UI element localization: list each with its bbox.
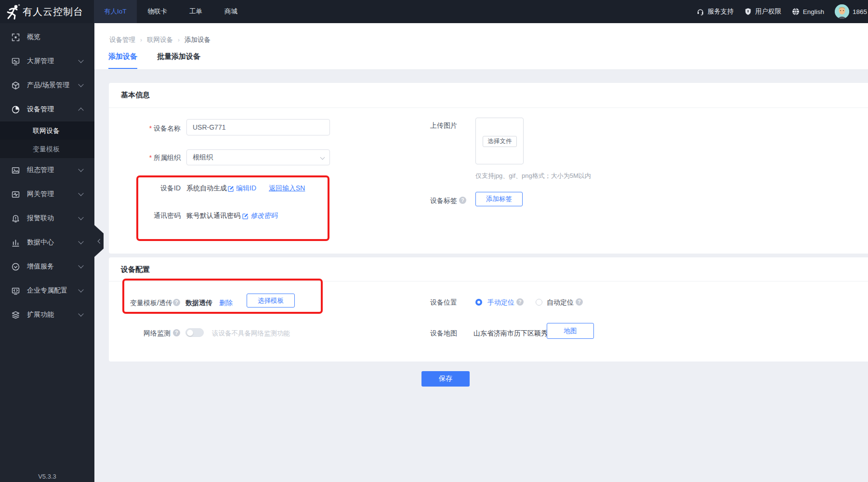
breadcrumb: 设备管理 › 联网设备 › 添加设备 <box>109 36 210 44</box>
back-to-sn-link[interactable]: 返回输入SN <box>269 184 305 193</box>
breadcrumb-network-device[interactable]: 联网设备 <box>147 36 173 44</box>
layers-icon <box>12 311 20 319</box>
help-icon[interactable]: ? <box>516 298 524 306</box>
add-tag-button[interactable]: 添加标签 <box>475 192 523 206</box>
upload-dropzone[interactable]: 选择文件 <box>475 118 524 164</box>
device-id-label: 设备ID <box>160 184 181 193</box>
choose-file-button[interactable]: 选择文件 <box>483 136 517 147</box>
chevron-down-icon <box>78 287 83 292</box>
language-label: English <box>803 8 824 15</box>
device-config-card: 设备配置 变量模板/透传 ? 数据透传 删除 选择模板 网络监测 ? 该设备不具… <box>109 257 868 362</box>
help-icon[interactable]: ? <box>459 197 466 204</box>
edit-id-label: 编辑ID <box>236 184 256 193</box>
sidebar-item-alarm-link[interactable]: 报警联动 <box>0 206 94 230</box>
map-button[interactable]: 地图 <box>547 323 594 339</box>
comm-password-label: 通讯密码 <box>154 212 181 220</box>
help-icon[interactable]: ? <box>173 299 180 306</box>
auto-location-radio[interactable] <box>536 299 542 306</box>
divider <box>109 107 868 108</box>
sidebar-label: 网关管理 <box>27 190 54 199</box>
sidebar-item-scada-mgmt[interactable]: 组态管理 <box>0 158 94 182</box>
chevron-down-icon <box>78 311 83 316</box>
sidebar-label: 增值服务 <box>27 262 54 271</box>
sidebar-label: 概览 <box>27 33 40 41</box>
topnav-work-order[interactable]: 工单 <box>178 0 213 23</box>
breadcrumb-separator: › <box>140 37 142 43</box>
sidebar-label: 设备管理 <box>27 105 54 114</box>
sidebar-item-value-service[interactable]: 增值服务 <box>0 254 94 279</box>
delete-template-link[interactable]: 删除 <box>219 299 233 308</box>
sidebar-label: 大屏管理 <box>27 57 54 66</box>
app-version: V5.3.3 <box>0 473 94 480</box>
auto-location-label[interactable]: 自动定位 <box>547 298 574 307</box>
tab-batch-add-device[interactable]: 批量添加设备 <box>157 52 200 69</box>
sidebar-label: 产品/场景管理 <box>27 81 69 90</box>
breadcrumb-device-mgmt[interactable]: 设备管理 <box>109 36 135 44</box>
chevron-up-icon <box>78 107 83 113</box>
chevron-down-icon <box>320 155 325 160</box>
organization-select[interactable]: 根组织 <box>186 149 330 165</box>
sidebar-subitem-variable-template[interactable]: 变量模板 <box>0 140 94 158</box>
topnav-usr-iot[interactable]: 有人IoT <box>94 0 137 23</box>
manual-location-label[interactable]: 手动定位 <box>487 298 514 307</box>
topnav-iot-card[interactable]: 物联卡 <box>137 0 179 23</box>
tab-add-device[interactable]: 添加设备 <box>108 52 137 69</box>
chevron-down-icon <box>78 81 83 87</box>
globe-icon <box>792 8 800 15</box>
device-address: 山东省济南市历下区颖秀路 <box>473 329 554 338</box>
header-right: 服务支持 用户权限 English <box>697 0 867 23</box>
topnav-mall[interactable]: 商城 <box>213 0 249 23</box>
sidebar-item-device-mgmt[interactable]: 设备管理 <box>0 97 94 121</box>
sidebar-item-overview[interactable]: 概览 <box>0 25 94 49</box>
network-monitor-toggle[interactable] <box>185 328 204 337</box>
sidebar-label: 报警联动 <box>27 214 54 223</box>
usr-runner-logo-icon[interactable] <box>6 3 22 20</box>
chevron-down-icon <box>78 214 83 220</box>
device-pie-icon <box>12 106 20 114</box>
scada-picture-icon <box>12 166 20 174</box>
toggle-knob <box>187 330 193 336</box>
edit-id-link[interactable]: 编辑ID <box>228 184 256 193</box>
user-account[interactable]: 1865 <box>835 4 867 19</box>
edit-icon <box>242 213 249 219</box>
sidebar-item-enterprise-config[interactable]: 企业专属配置 <box>0 279 94 303</box>
sidebar-item-product-mgmt[interactable]: 产品/场景管理 <box>0 73 94 97</box>
help-icon[interactable]: ? <box>173 329 180 336</box>
sidebar-item-screen-mgmt[interactable]: 大屏管理 <box>0 49 94 73</box>
sidebar-item-data-center[interactable]: 数据中心 <box>0 230 94 254</box>
sidebar-subitem-network-device[interactable]: 联网设备 <box>0 121 94 140</box>
breadcrumb-add-device: 添加设备 <box>184 36 210 44</box>
sidebar-item-gateway-mgmt[interactable]: 网关管理 <box>0 182 94 206</box>
help-icon[interactable]: ? <box>576 298 583 306</box>
sidebar-label: 数据中心 <box>27 238 54 247</box>
device-mgmt-submenu: 联网设备 变量模板 <box>0 121 94 158</box>
value-service-icon <box>12 263 20 271</box>
basic-info-title: 基本信息 <box>121 91 150 100</box>
device-name-input[interactable] <box>186 119 330 135</box>
gateway-pulse-icon <box>12 190 20 199</box>
manual-location-radio[interactable] <box>475 299 482 306</box>
user-permission[interactable]: 用户权限 <box>744 7 781 16</box>
bar-chart-icon <box>12 239 20 247</box>
top-nav: 有人IoT 物联卡 工单 商城 <box>94 0 249 23</box>
chevron-down-icon <box>78 166 83 172</box>
chevron-down-icon <box>78 57 83 63</box>
organization-value: 根组织 <box>193 153 213 161</box>
upload-image-label: 上传图片 <box>430 121 457 130</box>
template-value: 数据透传 <box>185 299 212 308</box>
sidebar-item-extensions[interactable]: 扩展功能 <box>0 303 94 327</box>
select-template-button[interactable]: 选择模板 <box>247 294 295 308</box>
template-label: 变量模板/透传 <box>130 299 172 308</box>
language-switch[interactable]: English <box>792 8 824 15</box>
overview-icon <box>12 33 20 41</box>
device-config-title: 设备配置 <box>121 265 150 274</box>
edit-icon <box>228 186 234 192</box>
save-button[interactable]: 保存 <box>421 371 470 387</box>
app-title: 有人云控制台 <box>23 0 83 23</box>
change-password-label: 修改密码 <box>250 212 277 220</box>
change-password-link[interactable]: 修改密码 <box>242 212 277 220</box>
sidebar: 概览 大屏管理 产品/场景管理 <box>0 23 94 482</box>
network-monitor-label: 网络监测 <box>144 329 171 338</box>
service-support[interactable]: 服务支持 <box>697 7 734 16</box>
user-permission-label: 用户权限 <box>755 7 781 16</box>
